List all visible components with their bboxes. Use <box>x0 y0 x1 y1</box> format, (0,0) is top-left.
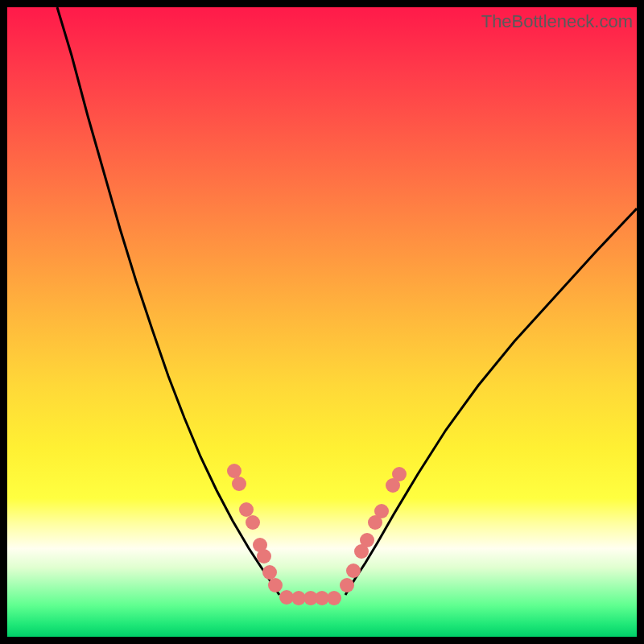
dots-group <box>227 464 407 605</box>
data-dot <box>327 591 341 605</box>
data-dot <box>227 464 242 478</box>
curve-svg <box>7 7 637 637</box>
chart-area <box>7 7 637 637</box>
data-dot <box>346 564 361 578</box>
data-dot <box>268 578 283 592</box>
data-dot <box>392 467 407 481</box>
data-dot <box>246 515 260 530</box>
data-dot <box>239 502 254 517</box>
data-dot <box>262 565 277 580</box>
data-dot <box>232 477 246 491</box>
data-dot <box>374 504 389 518</box>
watermark-text: TheBottleneck.com <box>481 11 633 32</box>
data-dot <box>257 549 271 564</box>
curve-right <box>345 208 637 595</box>
data-dot <box>360 533 374 547</box>
data-dot <box>340 578 354 592</box>
